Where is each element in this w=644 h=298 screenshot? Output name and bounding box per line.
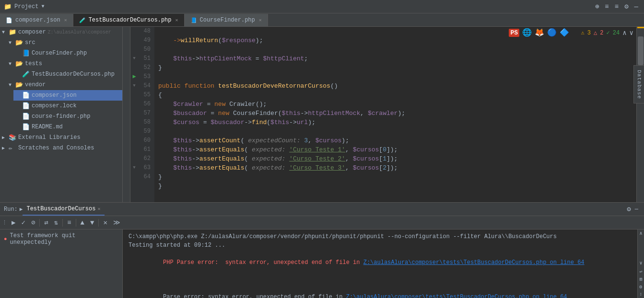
sidebar-item-label: vendor — [25, 81, 46, 88]
editor-area: ⚠ 3 △ 2 ✓ 24 ∧ ∨ PS 🌐 🦊 🔵 🔷 — [123, 27, 644, 202]
tab-close[interactable]: ✕ — [64, 17, 67, 23]
expand-icon[interactable]: ↕ — [639, 292, 642, 297]
tab-composer-json[interactable]: 📄 composer.json ✕ — [0, 14, 73, 26]
chrome-icon[interactable]: 🔵 — [547, 28, 557, 37]
tab-close[interactable]: ✕ — [259, 17, 262, 23]
folder-icon: 📂 — [15, 39, 23, 46]
minimize-icon[interactable]: — — [632, 2, 640, 11]
num-63: 63 — [138, 163, 153, 172]
settings-icon[interactable]: ⚙ — [622, 1, 630, 11]
sidebar-item-external-libraries[interactable]: ▶ 📚 External Libraries — [0, 132, 122, 143]
scroll-up[interactable]: ∧ — [639, 230, 642, 236]
tab-close[interactable]: ✕ — [175, 17, 178, 23]
fold-51[interactable]: ▼ — [130, 54, 138, 63]
project-icon: 📁 — [4, 3, 12, 11]
sidebar-item-composer-json[interactable]: 📄 composer.json — [13, 90, 122, 101]
list-icon[interactable]: ≡ — [603, 2, 610, 11]
sidebar-item-scratches[interactable]: ▶ ✏️ Scratches and Consoles — [0, 143, 122, 153]
project-dropdown-icon[interactable]: ▼ — [41, 4, 44, 9]
line-51: ▼ 51 — [130, 54, 154, 63]
warnings-bar: ⚠ 3 △ 2 ✓ 24 ∧ ∨ — [579, 28, 635, 38]
lock-file-icon: 📄 — [22, 102, 30, 110]
tab-close-icon[interactable]: ✕ — [97, 206, 100, 212]
bottom-content: ● Test framework quit unexpectedly C:\xa… — [0, 229, 644, 298]
sidebar-item-course-finder[interactable]: 📄 course-finder.php — [13, 111, 122, 122]
ok-icon[interactable]: ✓ — [19, 217, 27, 228]
num-52: 52 — [138, 63, 153, 72]
test-file-icon: 🧪 — [22, 70, 30, 78]
md-file-icon: 📄 — [22, 123, 30, 131]
folder-icon: 📁 — [9, 28, 16, 36]
console-output: C:\xampp\php\php.exe Z:/aulasAlura/compo… — [123, 229, 637, 298]
bottom-tabs-bar: Run: ▶ TestBuscadorDeCursos ✕ ⚙ — — [0, 203, 644, 216]
filter-icon[interactable]: ⊞ — [639, 276, 642, 282]
sort-alt-icon[interactable]: ⇅ — [52, 217, 60, 228]
tab-test-buscador[interactable]: 🧪 TestBuscadorDeCursos.php ✕ — [73, 14, 185, 26]
browser-icon[interactable]: 🌐 — [522, 28, 532, 37]
sidebar-item-src[interactable]: ▼ 📂 src — [7, 37, 122, 48]
right-scrollbar[interactable] — [636, 27, 644, 202]
run-53[interactable]: ▶ — [130, 72, 138, 81]
console-line-parse-error-2: Parse error: syntax error, unexpected en… — [129, 284, 632, 298]
ps-icons-bar: PS 🌐 🦊 🔵 🔷 — [509, 28, 569, 37]
sort-icon[interactable]: ⇄ — [42, 217, 50, 228]
sidebar-item-readme[interactable]: 📄 README.md — [13, 122, 122, 132]
run-label: Run: — [4, 206, 18, 213]
project-section: 📁 Project ▼ — [4, 3, 44, 11]
line-56: 56 — [130, 100, 154, 109]
tab-icon: 🧪 — [79, 17, 86, 23]
error-count[interactable]: 2 — [600, 30, 603, 36]
sidebar-item-tests[interactable]: ▼ 📂 tests — [7, 58, 122, 69]
tab-testbuscador-run[interactable]: TestBuscadorDeCursos ✕ — [23, 203, 104, 216]
bottom-right-scrollbar: ∧ ∨ ↩ ⊞ ⚙ ↕ — [637, 229, 644, 298]
wrap-icon[interactable]: ↩ — [639, 269, 642, 275]
add-config-icon[interactable]: ⊕ — [593, 1, 601, 11]
settings-gear-icon[interactable]: ⚙ — [625, 204, 632, 214]
error-link-1[interactable]: Z:\aulasAlura\composer\tests\TestBuscado… — [363, 259, 585, 266]
sidebar-item-label: composer.lock — [32, 103, 77, 109]
stop-icon[interactable]: ⊘ — [29, 217, 37, 228]
sidebar-item-vendor[interactable]: ▼ 📂 vendor — [7, 80, 122, 90]
num-50: 50 — [138, 45, 153, 54]
close-icon[interactable]: ✕ — [101, 217, 109, 228]
tab-course-finder[interactable]: 📘 CourseFinder.php ✕ — [185, 14, 268, 26]
ok-count[interactable]: 24 — [613, 30, 620, 36]
test-item-framework-quit[interactable]: ● Test framework quit unexpectedly — [4, 231, 118, 247]
nav-down-icon[interactable]: ∨ — [630, 29, 633, 37]
sidebar-item-label: Scratches and Consoles — [18, 145, 94, 151]
num-60: 60 — [138, 136, 153, 145]
phpstorm-icon[interactable]: PS — [509, 29, 519, 37]
cog-icon[interactable]: ⚙ — [639, 284, 642, 290]
list-icon[interactable]: ≡ — [65, 218, 73, 228]
scroll-down-icon[interactable]: ▼ — [88, 218, 96, 228]
fold-63[interactable]: ▼ — [130, 163, 138, 172]
fold-54[interactable]: ▼ — [130, 81, 138, 91]
expand-icon[interactable]: ⋮ — [2, 219, 7, 226]
rerun-icon[interactable]: ▶ — [9, 217, 18, 228]
sidebar-item-testbuscador[interactable]: 🧪 TestBuscadorDeCursos.php — [13, 69, 122, 80]
project-label[interactable]: Project — [14, 3, 38, 10]
line-48: 48 — [130, 27, 154, 36]
sidebar-item-composer-lock[interactable]: 📄 composer.lock — [13, 101, 122, 111]
scroll-up-icon[interactable]: ▲ — [78, 218, 87, 228]
sidebar-item-composer[interactable]: ▼ 📁 composer Z:\aulasAlura\composer — [0, 27, 122, 37]
arrow-icon: ▼ — [9, 61, 15, 67]
filter-icon[interactable]: ≡ — [613, 2, 621, 11]
warning-count[interactable]: 3 — [587, 30, 591, 36]
scroll-down[interactable]: ∨ — [639, 260, 642, 266]
error-link-2[interactable]: Z:\aulasAlura\composer\tests\TestBuscado… — [346, 294, 567, 298]
code-lines[interactable]: ->willReturn($response); $this->httpClie… — [154, 27, 636, 202]
line-62: 62 — [130, 154, 154, 163]
tab-label: composer.json — [15, 17, 60, 23]
database-tab[interactable]: Database — [633, 65, 644, 103]
scroll-thumb[interactable] — [638, 36, 644, 65]
firefox-icon[interactable]: 🦊 — [535, 28, 544, 37]
num-64: 64 — [138, 172, 153, 182]
console-line-testing-started: Testing started at 09:12 ... — [129, 241, 632, 250]
expand-more-icon[interactable]: ≫ — [111, 217, 123, 228]
tab-label: TestBuscadorDeCursos — [26, 206, 95, 212]
nav-up-icon[interactable]: ∧ — [622, 29, 626, 37]
extra-browser-icon[interactable]: 🔷 — [560, 28, 569, 37]
sidebar-item-coursefinder[interactable]: 📘 CourseFinder.php — [13, 48, 122, 58]
close-panel-icon[interactable]: — — [633, 205, 640, 214]
